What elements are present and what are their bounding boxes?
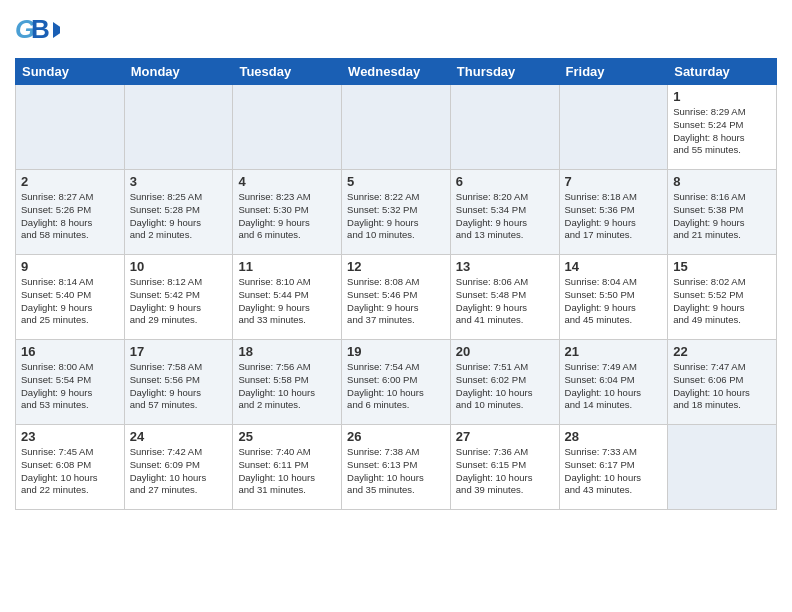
day-number: 24 [130, 429, 228, 444]
calendar-day: 26Sunrise: 7:38 AM Sunset: 6:13 PM Dayli… [342, 425, 451, 510]
weekday-header-monday: Monday [124, 59, 233, 85]
day-number: 11 [238, 259, 336, 274]
calendar-day [124, 85, 233, 170]
day-number: 3 [130, 174, 228, 189]
calendar-day: 14Sunrise: 8:04 AM Sunset: 5:50 PM Dayli… [559, 255, 668, 340]
weekday-header-tuesday: Tuesday [233, 59, 342, 85]
calendar-day: 13Sunrise: 8:06 AM Sunset: 5:48 PM Dayli… [450, 255, 559, 340]
calendar-day: 8Sunrise: 8:16 AM Sunset: 5:38 PM Daylig… [668, 170, 777, 255]
day-info: Sunrise: 8:04 AM Sunset: 5:50 PM Dayligh… [565, 276, 663, 327]
logo: G B [15, 10, 62, 50]
day-number: 26 [347, 429, 445, 444]
calendar-day: 28Sunrise: 7:33 AM Sunset: 6:17 PM Dayli… [559, 425, 668, 510]
header: G B [15, 10, 777, 50]
calendar-day [342, 85, 451, 170]
calendar-week-1: 1Sunrise: 8:29 AM Sunset: 5:24 PM Daylig… [16, 85, 777, 170]
day-number: 4 [238, 174, 336, 189]
day-info: Sunrise: 8:02 AM Sunset: 5:52 PM Dayligh… [673, 276, 771, 327]
calendar-day: 2Sunrise: 8:27 AM Sunset: 5:26 PM Daylig… [16, 170, 125, 255]
day-number: 25 [238, 429, 336, 444]
day-number: 14 [565, 259, 663, 274]
weekday-header-row: SundayMondayTuesdayWednesdayThursdayFrid… [16, 59, 777, 85]
calendar-day: 4Sunrise: 8:23 AM Sunset: 5:30 PM Daylig… [233, 170, 342, 255]
day-info: Sunrise: 7:42 AM Sunset: 6:09 PM Dayligh… [130, 446, 228, 497]
calendar-day: 3Sunrise: 8:25 AM Sunset: 5:28 PM Daylig… [124, 170, 233, 255]
calendar-day: 16Sunrise: 8:00 AM Sunset: 5:54 PM Dayli… [16, 340, 125, 425]
calendar-day: 27Sunrise: 7:36 AM Sunset: 6:15 PM Dayli… [450, 425, 559, 510]
page: G B SundayMondayTuesdayWednesdayThursday… [0, 0, 792, 612]
calendar-day [450, 85, 559, 170]
svg-marker-2 [53, 22, 60, 38]
day-info: Sunrise: 8:14 AM Sunset: 5:40 PM Dayligh… [21, 276, 119, 327]
day-info: Sunrise: 8:10 AM Sunset: 5:44 PM Dayligh… [238, 276, 336, 327]
calendar-day [668, 425, 777, 510]
weekday-header-sunday: Sunday [16, 59, 125, 85]
day-info: Sunrise: 7:45 AM Sunset: 6:08 PM Dayligh… [21, 446, 119, 497]
day-info: Sunrise: 7:47 AM Sunset: 6:06 PM Dayligh… [673, 361, 771, 412]
day-number: 1 [673, 89, 771, 104]
calendar-day: 22Sunrise: 7:47 AM Sunset: 6:06 PM Dayli… [668, 340, 777, 425]
calendar-day: 7Sunrise: 8:18 AM Sunset: 5:36 PM Daylig… [559, 170, 668, 255]
day-info: Sunrise: 8:18 AM Sunset: 5:36 PM Dayligh… [565, 191, 663, 242]
weekday-header-friday: Friday [559, 59, 668, 85]
day-number: 16 [21, 344, 119, 359]
weekday-header-saturday: Saturday [668, 59, 777, 85]
calendar-day: 12Sunrise: 8:08 AM Sunset: 5:46 PM Dayli… [342, 255, 451, 340]
day-info: Sunrise: 7:36 AM Sunset: 6:15 PM Dayligh… [456, 446, 554, 497]
day-info: Sunrise: 8:29 AM Sunset: 5:24 PM Dayligh… [673, 106, 771, 157]
day-info: Sunrise: 7:33 AM Sunset: 6:17 PM Dayligh… [565, 446, 663, 497]
day-number: 2 [21, 174, 119, 189]
day-number: 21 [565, 344, 663, 359]
day-info: Sunrise: 7:49 AM Sunset: 6:04 PM Dayligh… [565, 361, 663, 412]
calendar-day: 23Sunrise: 7:45 AM Sunset: 6:08 PM Dayli… [16, 425, 125, 510]
day-info: Sunrise: 7:54 AM Sunset: 6:00 PM Dayligh… [347, 361, 445, 412]
day-info: Sunrise: 8:08 AM Sunset: 5:46 PM Dayligh… [347, 276, 445, 327]
day-number: 8 [673, 174, 771, 189]
logo-icon: G B [15, 10, 60, 50]
calendar-day: 19Sunrise: 7:54 AM Sunset: 6:00 PM Dayli… [342, 340, 451, 425]
day-number: 5 [347, 174, 445, 189]
day-info: Sunrise: 8:25 AM Sunset: 5:28 PM Dayligh… [130, 191, 228, 242]
calendar-day: 15Sunrise: 8:02 AM Sunset: 5:52 PM Dayli… [668, 255, 777, 340]
calendar-day: 20Sunrise: 7:51 AM Sunset: 6:02 PM Dayli… [450, 340, 559, 425]
calendar-day: 25Sunrise: 7:40 AM Sunset: 6:11 PM Dayli… [233, 425, 342, 510]
day-info: Sunrise: 8:20 AM Sunset: 5:34 PM Dayligh… [456, 191, 554, 242]
day-number: 18 [238, 344, 336, 359]
calendar-week-5: 23Sunrise: 7:45 AM Sunset: 6:08 PM Dayli… [16, 425, 777, 510]
day-number: 9 [21, 259, 119, 274]
calendar-week-2: 2Sunrise: 8:27 AM Sunset: 5:26 PM Daylig… [16, 170, 777, 255]
weekday-header-wednesday: Wednesday [342, 59, 451, 85]
calendar-day [233, 85, 342, 170]
day-info: Sunrise: 8:06 AM Sunset: 5:48 PM Dayligh… [456, 276, 554, 327]
day-number: 23 [21, 429, 119, 444]
day-number: 17 [130, 344, 228, 359]
day-number: 12 [347, 259, 445, 274]
day-number: 19 [347, 344, 445, 359]
calendar-day [559, 85, 668, 170]
day-info: Sunrise: 8:27 AM Sunset: 5:26 PM Dayligh… [21, 191, 119, 242]
day-info: Sunrise: 8:23 AM Sunset: 5:30 PM Dayligh… [238, 191, 336, 242]
day-number: 6 [456, 174, 554, 189]
calendar-day: 5Sunrise: 8:22 AM Sunset: 5:32 PM Daylig… [342, 170, 451, 255]
calendar-day: 6Sunrise: 8:20 AM Sunset: 5:34 PM Daylig… [450, 170, 559, 255]
calendar-day: 9Sunrise: 8:14 AM Sunset: 5:40 PM Daylig… [16, 255, 125, 340]
calendar-day [16, 85, 125, 170]
day-info: Sunrise: 7:58 AM Sunset: 5:56 PM Dayligh… [130, 361, 228, 412]
weekday-header-thursday: Thursday [450, 59, 559, 85]
day-info: Sunrise: 7:56 AM Sunset: 5:58 PM Dayligh… [238, 361, 336, 412]
calendar-week-4: 16Sunrise: 8:00 AM Sunset: 5:54 PM Dayli… [16, 340, 777, 425]
calendar-day: 1Sunrise: 8:29 AM Sunset: 5:24 PM Daylig… [668, 85, 777, 170]
day-info: Sunrise: 8:12 AM Sunset: 5:42 PM Dayligh… [130, 276, 228, 327]
day-number: 13 [456, 259, 554, 274]
calendar-day: 18Sunrise: 7:56 AM Sunset: 5:58 PM Dayli… [233, 340, 342, 425]
calendar-day: 10Sunrise: 8:12 AM Sunset: 5:42 PM Dayli… [124, 255, 233, 340]
day-number: 20 [456, 344, 554, 359]
day-info: Sunrise: 7:40 AM Sunset: 6:11 PM Dayligh… [238, 446, 336, 497]
day-info: Sunrise: 7:38 AM Sunset: 6:13 PM Dayligh… [347, 446, 445, 497]
day-number: 27 [456, 429, 554, 444]
day-number: 15 [673, 259, 771, 274]
day-info: Sunrise: 8:16 AM Sunset: 5:38 PM Dayligh… [673, 191, 771, 242]
day-number: 28 [565, 429, 663, 444]
calendar-day: 21Sunrise: 7:49 AM Sunset: 6:04 PM Dayli… [559, 340, 668, 425]
calendar-day: 17Sunrise: 7:58 AM Sunset: 5:56 PM Dayli… [124, 340, 233, 425]
